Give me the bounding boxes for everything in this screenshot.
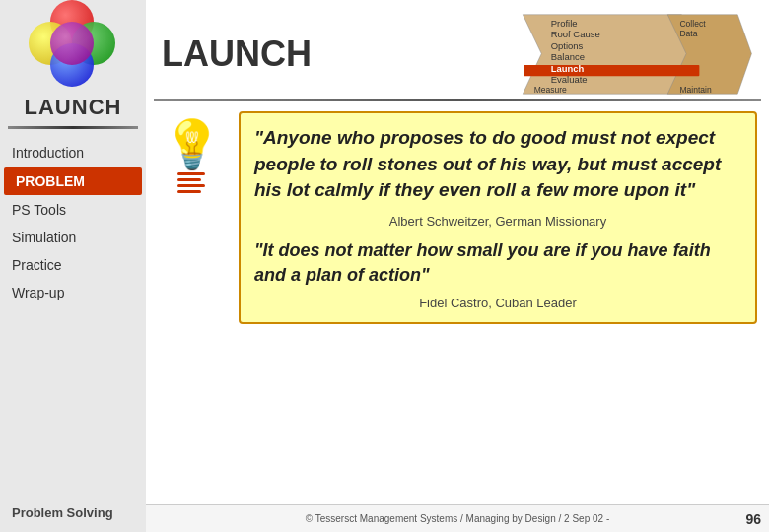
svg-text:Evaluate: Evaluate bbox=[551, 74, 588, 85]
sidebar-item-practice[interactable]: Practice bbox=[0, 251, 146, 279]
lightbulb-line-2 bbox=[177, 178, 201, 181]
lightbulb-area: 💡 bbox=[158, 111, 227, 324]
nav-diagram-svg: Profile Roof Cause Options Balance Launc… bbox=[517, 10, 753, 99]
quote-attribution-2: Fidel Castro, Cuban Leader bbox=[254, 296, 741, 310]
lightbulb-lines bbox=[177, 172, 207, 193]
sidebar-item-introduction[interactable]: Introduction bbox=[0, 139, 146, 166]
page-number: 96 bbox=[745, 511, 761, 527]
svg-text:Data: Data bbox=[679, 29, 697, 38]
sidebar-item-simulation[interactable]: Simulation bbox=[0, 224, 146, 251]
nav-diagram: Profile Roof Cause Options Balance Launc… bbox=[517, 10, 753, 99]
sphere-circle-purple bbox=[50, 22, 94, 65]
svg-text:Roof Cause: Roof Cause bbox=[551, 29, 600, 39]
svg-text:Measure: Measure bbox=[534, 85, 567, 95]
sidebar-title: LAUNCH bbox=[0, 95, 146, 120]
svg-text:Options: Options bbox=[551, 40, 584, 51]
svg-text:Balance: Balance bbox=[551, 51, 585, 62]
footer: © Tessersct Management Systems / Managin… bbox=[146, 504, 769, 532]
footer-copyright: © Tessersct Management Systems / Managin… bbox=[306, 513, 609, 524]
svg-text:Collect: Collect bbox=[679, 19, 706, 29]
svg-text:Profile: Profile bbox=[551, 18, 578, 29]
svg-text:Launch: Launch bbox=[551, 63, 585, 74]
sidebar-item-wrap-up[interactable]: Wrap-up bbox=[0, 279, 146, 306]
quote-secondary-text: "It does not matter how small you are if… bbox=[254, 238, 741, 288]
page-title: LAUNCH bbox=[162, 33, 517, 75]
header: LAUNCH Profile Roof Cause Options Balanc… bbox=[146, 0, 769, 99]
lightbulb-line-4 bbox=[177, 190, 201, 193]
sidebar-divider bbox=[8, 126, 138, 129]
sidebar-nav: Introduction PROBLEM PS Tools Simulation… bbox=[0, 135, 146, 498]
main-content: LAUNCH Profile Roof Cause Options Balanc… bbox=[146, 0, 769, 532]
sidebar-item-problem[interactable]: PROBLEM bbox=[4, 167, 142, 195]
lightbulb-line-3 bbox=[177, 184, 205, 187]
svg-text:Maintain: Maintain bbox=[679, 85, 711, 95]
quote-box: "Anyone who proposes to do good must not… bbox=[239, 111, 757, 324]
sidebar: LAUNCH Introduction PROBLEM PS Tools Sim… bbox=[0, 0, 146, 532]
sidebar-item-ps-tools[interactable]: PS Tools bbox=[0, 196, 146, 224]
logo-sphere bbox=[29, 0, 117, 89]
lightbulb-line-1 bbox=[177, 172, 205, 175]
quote-main-text: "Anyone who proposes to do good must not… bbox=[254, 125, 741, 204]
sidebar-bottom-label: Problem Solving bbox=[0, 498, 146, 532]
content-area: 💡 "Anyone who proposes to do good must n… bbox=[146, 101, 769, 334]
quote-attribution-1: Albert Schweitzer, German Missionary bbox=[254, 214, 741, 229]
lightbulb-icon: 💡 bbox=[163, 121, 222, 168]
